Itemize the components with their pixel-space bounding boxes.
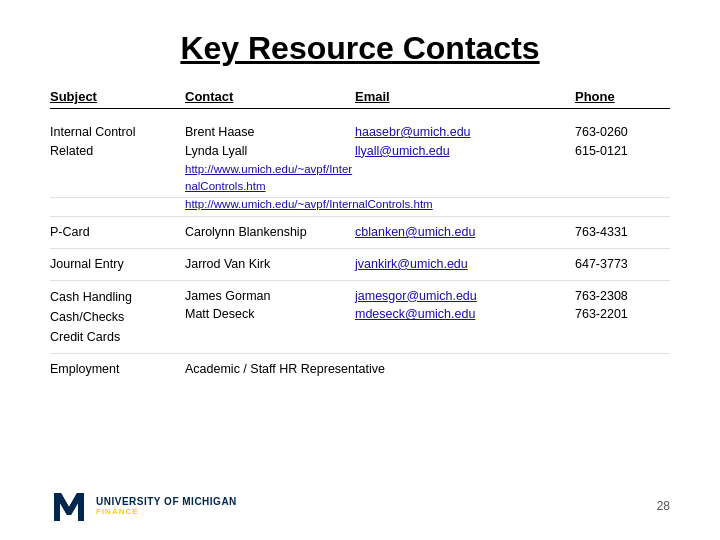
university-logo-icon — [50, 487, 88, 525]
contact-cell: James Gorman Matt Deseck — [185, 287, 355, 325]
contact-cell: Jarrod Van Kirk — [185, 255, 355, 274]
email-cell: cblanken@umich.edu — [355, 223, 575, 242]
table-row: Journal Entry Jarrod Van Kirk jvankirk@u… — [50, 249, 670, 281]
table-row: Internal Control Related Brent Haase Lyn… — [50, 117, 670, 198]
subject-cell: Cash Handling Cash/Checks Credit Cards — [50, 287, 185, 347]
table-row: Employment Academic / Staff HR Represent… — [50, 354, 670, 385]
url-row: http://www.umich.edu/~avpf/InternalContr… — [50, 198, 670, 217]
table-header: Subject Contact Email Phone — [50, 89, 670, 109]
table-row: Cash Handling Cash/Checks Credit Cards J… — [50, 281, 670, 354]
footer: University of Michigan Finance 28 — [0, 487, 720, 525]
phone-cell: 763-2308 763-2201 — [575, 287, 675, 325]
phone-cell: 763-4331 — [575, 223, 675, 242]
department-name: Finance — [96, 507, 237, 516]
url-link[interactable]: http://www.umich.edu/~avpf/InternalContr… — [185, 198, 670, 210]
subject-cell: Employment — [50, 360, 185, 379]
slide: Key Resource Contacts Subject Contact Em… — [0, 0, 720, 540]
logo-text: University of Michigan Finance — [96, 496, 237, 516]
university-name: University of Michigan — [96, 496, 237, 507]
email-cell: jamesgor@umich.edu mdeseck@umich.edu — [355, 287, 575, 325]
contact-cell: Academic / Staff HR Representative — [185, 360, 575, 379]
col-header-phone: Phone — [575, 89, 675, 104]
contact-cell: Carolynn Blankenship — [185, 223, 355, 242]
col-header-email: Email — [355, 89, 575, 104]
subject-cell: P-Card — [50, 223, 185, 242]
email-cell: haasebr@umich.edu llyall@umich.edu — [355, 123, 575, 161]
col-header-contact: Contact — [185, 89, 355, 104]
page-number: 28 — [657, 499, 670, 513]
col-header-subject: Subject — [50, 89, 185, 104]
phone-cell: 647-3773 — [575, 255, 675, 274]
email-cell: jvankirk@umich.edu — [355, 255, 575, 274]
subject-cell: Journal Entry — [50, 255, 185, 274]
contacts-table: Subject Contact Email Phone Internal Con… — [50, 89, 670, 384]
table-row: P-Card Carolynn Blankenship cblanken@umi… — [50, 217, 670, 249]
logo: University of Michigan Finance — [50, 487, 237, 525]
phone-cell: 763-0260 615-0121 — [575, 123, 675, 161]
subject-cell: Internal Control Related — [50, 123, 185, 161]
page-title: Key Resource Contacts — [50, 30, 670, 67]
contact-cell: Brent Haase Lynda Lyall http://www.umich… — [185, 123, 355, 195]
